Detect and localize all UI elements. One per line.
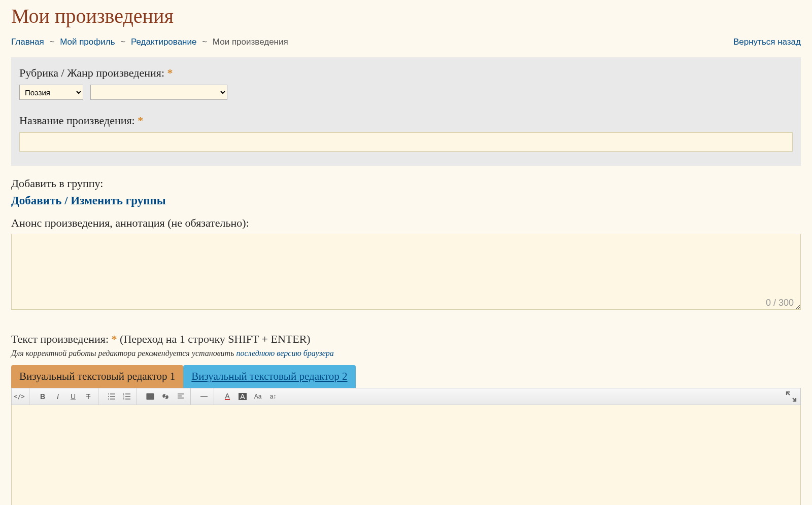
- required-star-icon: *: [112, 333, 117, 345]
- add-change-groups-link[interactable]: Добавить / Изменить группы: [11, 194, 166, 207]
- toolbar-separator: [29, 388, 34, 405]
- title-label: Название произведения: *: [19, 114, 793, 127]
- rubric-label: Рубрика / Жанр произведения: *: [19, 66, 793, 80]
- breadcrumb: Главная ~ Мой профиль ~ Редактирование ~…: [11, 37, 288, 47]
- required-star-icon: *: [167, 66, 173, 79]
- breadcrumb-sep: ~: [202, 37, 207, 47]
- group-label: Добавить в группу:: [11, 177, 801, 190]
- svg-point-4: [108, 399, 109, 400]
- bold-button[interactable]: B: [35, 389, 50, 404]
- bg-color-button[interactable]: A: [235, 389, 250, 404]
- svg-point-0: [108, 393, 109, 394]
- code-button[interactable]: </>: [12, 389, 27, 404]
- list-ul-icon: [108, 392, 116, 401]
- align-button[interactable]: [173, 389, 188, 404]
- link-button[interactable]: [158, 389, 173, 404]
- image-icon: [146, 392, 154, 401]
- list-ol-icon: 123: [123, 392, 131, 401]
- breadcrumb-profile[interactable]: Мой профиль: [60, 37, 115, 47]
- breadcrumb-row: Главная ~ Мой профиль ~ Редактирование ~…: [11, 37, 801, 47]
- category-select[interactable]: Поэзия: [19, 85, 83, 100]
- title-input[interactable]: [19, 132, 793, 152]
- breadcrumb-editing[interactable]: Редактирование: [131, 37, 197, 47]
- anons-label: Анонс произведения, аннотация (не обязат…: [11, 217, 801, 230]
- editor-toolbar: </> B I U T 123: [11, 388, 801, 405]
- hr-icon: [200, 392, 208, 401]
- underline-button[interactable]: U: [65, 389, 81, 404]
- breadcrumb-sep: ~: [120, 37, 125, 47]
- svg-point-13: [148, 395, 149, 396]
- svg-point-2: [108, 396, 109, 397]
- body-hint: (Переход на 1 строчку SHIFT + ENTER): [120, 333, 311, 345]
- font-size-button[interactable]: Aa: [250, 389, 265, 404]
- tab-editor-1[interactable]: Визуальный текстовый редактор 1: [11, 365, 183, 388]
- italic-button[interactable]: I: [50, 389, 65, 404]
- breadcrumb-home[interactable]: Главная: [11, 37, 44, 47]
- toolbar-separator: [214, 388, 219, 405]
- font-color-button[interactable]: A: [220, 389, 235, 404]
- line-height-button[interactable]: a↕: [265, 389, 281, 404]
- link-icon: [161, 392, 170, 401]
- rubric-panel: Рубрика / Жанр произведения: * Поэзия На…: [11, 57, 801, 166]
- horizontal-rule-button[interactable]: [196, 389, 212, 404]
- genre-select[interactable]: [90, 85, 227, 100]
- back-link[interactable]: Вернуться назад: [733, 37, 801, 47]
- char-counter: 0 / 300: [766, 298, 794, 308]
- body-label-text: Текст произведения:: [11, 333, 109, 345]
- anons-textarea[interactable]: [11, 234, 801, 310]
- breadcrumb-current: Мои произведения: [213, 37, 288, 47]
- numbered-list-button[interactable]: 123: [119, 389, 134, 404]
- editor-note: Для корректной работы редактора рекоменд…: [11, 349, 801, 358]
- required-star-icon: *: [138, 114, 143, 127]
- svg-text:3: 3: [123, 398, 124, 401]
- editor-note-text: Для корректной работы редактора рекоменд…: [11, 349, 236, 357]
- browser-version-link[interactable]: последнюю версию браузера: [236, 349, 333, 357]
- fullscreen-button[interactable]: [785, 390, 797, 403]
- bulleted-list-button[interactable]: [104, 389, 119, 404]
- expand-icon: [785, 390, 797, 403]
- align-icon: [177, 392, 185, 401]
- title-label-text: Название произведения:: [19, 114, 135, 127]
- editor-tabs: Визуальный текстовый редактор 1 Визуальн…: [11, 365, 801, 388]
- image-button[interactable]: [143, 389, 158, 404]
- toolbar-separator: [137, 388, 142, 405]
- editor-body[interactable]: [11, 405, 801, 505]
- toolbar-separator: [190, 388, 195, 405]
- toolbar-separator: [98, 388, 103, 405]
- breadcrumb-sep: ~: [49, 37, 54, 47]
- rubric-label-text: Рубрика / Жанр произведения:: [19, 66, 164, 79]
- strikethrough-button[interactable]: T: [81, 389, 96, 404]
- body-label: Текст произведения: * (Переход на 1 стро…: [11, 333, 801, 346]
- page-title: Мои произведения: [11, 4, 801, 28]
- tab-editor-2[interactable]: Визуальный текстовый редактор 2: [183, 365, 355, 388]
